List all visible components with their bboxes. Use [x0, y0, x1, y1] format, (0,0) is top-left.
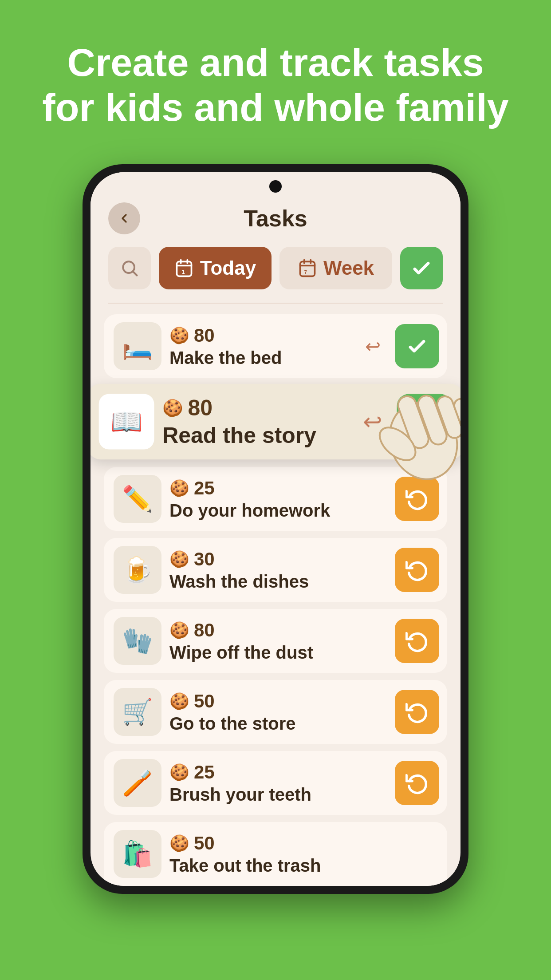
task-name: Read the story: [162, 423, 354, 448]
task-item-partial[interactable]: 🛍️ 🍪 50 Take out the trash: [104, 822, 447, 886]
task-info: 🍪 80 Wipe off the dust: [169, 620, 387, 663]
task-item-highlighted[interactable]: 📖 🍪 80 Read the story ↩: [91, 384, 460, 460]
back-button[interactable]: [108, 202, 140, 234]
task-item[interactable]: 🛏️ 🍪 80 Make the bed ↩: [104, 314, 447, 378]
phone-screen: Tasks 1: [91, 172, 460, 886]
task-info: 🍪 50 Go to the store: [169, 691, 387, 734]
cookie-icon: 🍪: [169, 550, 189, 569]
svg-rect-9: [453, 397, 460, 435]
task-icon: ✏️: [114, 475, 161, 523]
task-name: Wipe off the dust: [169, 643, 387, 663]
task-item[interactable]: 🧤 🍪 80 Wipe off the dust: [104, 609, 447, 673]
svg-text:1: 1: [181, 269, 185, 275]
camera-dot: [269, 180, 282, 193]
task-item[interactable]: 🍺 🍪 30 Wash the dishes: [104, 538, 447, 602]
undo-icon: ↩: [363, 408, 382, 435]
task-name: Go to the store: [169, 714, 387, 734]
task-complete-button[interactable]: [397, 394, 453, 450]
app-title: Tasks: [244, 205, 307, 232]
cookie-icon: 🍪: [169, 621, 189, 640]
points-value: 50: [194, 691, 215, 712]
task-name: Take out the trash: [169, 856, 439, 876]
task-icon: 📖: [99, 394, 154, 450]
points-value: 25: [194, 762, 215, 783]
cookie-icon: 🍪: [169, 326, 189, 345]
task-pending-button[interactable]: [395, 619, 439, 663]
task-info: 🍪 50 Take out the trash: [169, 833, 439, 876]
points-value: 25: [194, 478, 215, 499]
task-name: Wash the dishes: [169, 572, 387, 592]
task-icon: 🛏️: [114, 322, 161, 370]
points-value: 80: [194, 620, 215, 641]
cookie-icon: 🍪: [169, 479, 189, 498]
task-icon: 🍺: [114, 546, 161, 594]
task-list: 🛏️ 🍪 80 Make the bed ↩: [91, 314, 460, 886]
today-filter[interactable]: 1 Today: [159, 247, 272, 289]
task-pending-button[interactable]: [395, 761, 439, 805]
cookie-icon: 🍪: [162, 398, 183, 418]
task-info: 🍪 25 Brush your teeth: [169, 762, 387, 805]
search-button[interactable]: [108, 247, 151, 289]
check-filter[interactable]: [400, 247, 443, 289]
svg-text:7: 7: [304, 269, 307, 275]
task-points: 🍪 80: [162, 395, 354, 421]
app-background: Create and track tasks for kids and whol…: [0, 0, 551, 980]
task-pending-button[interactable]: [395, 548, 439, 592]
points-value: 30: [194, 549, 215, 570]
filter-row: 1 Today 7 Week: [91, 242, 460, 303]
week-label: Week: [323, 257, 374, 279]
task-info: 🍪 25 Do your homework: [169, 478, 387, 521]
task-item[interactable]: 🛒 🍪 50 Go to the store: [104, 680, 447, 744]
cookie-icon: 🍪: [169, 834, 189, 853]
headline-text: Create and track tasks for kids and whol…: [0, 0, 551, 156]
week-filter[interactable]: 7 Week: [279, 247, 392, 289]
points-value: 80: [194, 325, 215, 346]
task-points: 🍪 50: [169, 691, 387, 712]
task-complete-button[interactable]: [395, 324, 439, 368]
task-icon: 🛍️: [114, 830, 161, 878]
cookie-icon: 🍪: [169, 692, 189, 711]
task-points: 🍪 50: [169, 833, 439, 854]
task-points: 🍪 80: [169, 620, 387, 641]
task-points: 🍪 80: [169, 325, 357, 346]
cookie-icon: 🍪: [169, 763, 189, 782]
today-label: Today: [200, 257, 256, 279]
task-pending-button[interactable]: [395, 690, 439, 734]
phone-wrapper: Tasks 1: [83, 164, 468, 894]
task-name: Do your homework: [169, 501, 387, 521]
task-item[interactable]: ✏️ 🍪 25 Do your homework: [104, 467, 447, 531]
task-info: 🍪 80 Make the bed: [169, 325, 357, 368]
task-item[interactable]: 🪥 🍪 25 Brush your teeth: [104, 751, 447, 815]
points-value: 50: [194, 833, 215, 854]
task-info: 🍪 80 Read the story: [162, 395, 354, 448]
task-points: 🍪 25: [169, 478, 387, 499]
task-pending-button[interactable]: [395, 477, 439, 521]
phone-notch: [91, 172, 460, 196]
task-points: 🍪 25: [169, 762, 387, 783]
task-info: 🍪 30 Wash the dishes: [169, 549, 387, 592]
phone-frame: Tasks 1: [83, 164, 468, 894]
points-value: 80: [188, 395, 213, 421]
task-icon: 🧤: [114, 617, 161, 665]
divider: [108, 303, 443, 304]
task-icon: 🛒: [114, 688, 161, 736]
task-icon: 🪥: [114, 759, 161, 807]
task-points: 🍪 30: [169, 549, 387, 570]
undo-icon: ↩: [365, 336, 381, 357]
app-header: Tasks: [91, 196, 460, 242]
svg-rect-3: [300, 261, 315, 276]
task-name: Brush your teeth: [169, 785, 387, 805]
task-name: Make the bed: [169, 348, 357, 368]
